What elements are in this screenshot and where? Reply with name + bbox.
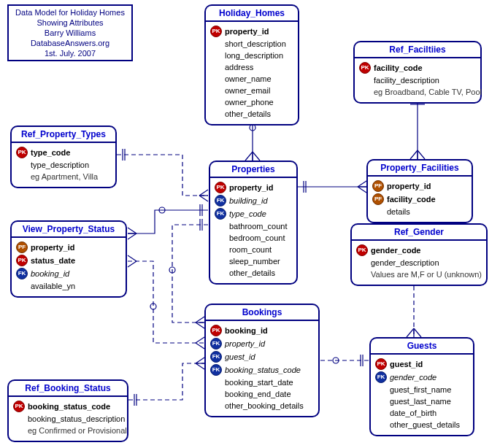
entity-bookings: Bookings PKbooking_idFKproperty_idFKgues… — [204, 304, 320, 417]
attribute-name: gender_description — [371, 258, 439, 268]
svg-point-38 — [150, 304, 156, 309]
attribute-name: type_description — [31, 160, 89, 170]
entity-body: PFproperty_idPFfacility_codedetails — [366, 175, 473, 223]
svg-line-34 — [196, 323, 204, 328]
attribute-name: owner_phone — [225, 97, 274, 107]
entity-body: PKguest_idFKgender_codeguest_first_nameg… — [369, 353, 474, 436]
pf-key-icon: PF — [16, 242, 28, 253]
svg-line-33 — [196, 317, 204, 323]
diagram-info-box: Data Model for Holiday Homes Showing Att… — [7, 4, 133, 61]
attribute-row: owner_name — [210, 73, 293, 85]
attribute-row: PKtype_code — [16, 146, 111, 159]
attribute-name: status_date — [31, 255, 75, 266]
svg-line-27 — [128, 228, 136, 233]
attribute-row: room_count — [215, 244, 292, 255]
attribute-row: short_description — [210, 38, 293, 50]
attribute-name: property_id — [225, 26, 269, 36]
info-line: DatabaseAnswers.org — [13, 38, 127, 48]
entity-title: Ref_Faciltiies — [353, 41, 482, 57]
attribute-name: booking_id — [225, 325, 268, 336]
attribute-name: booking_status_code — [28, 401, 110, 412]
attribute-row: PKbooking_id — [210, 324, 314, 337]
attribute-name: guest_id — [225, 352, 255, 362]
attribute-name: gender_code — [371, 245, 420, 255]
attribute-name: booking_status_code — [225, 365, 301, 375]
fk-key-icon: FK — [215, 195, 226, 206]
info-line: Data Model for Holiday Homes — [13, 7, 127, 18]
attribute-row: PKbooking_status_code — [13, 400, 123, 413]
attribute-name: eg Broadband, Cable TV, Pool — [374, 87, 482, 97]
attribute-row: PFproperty_id — [16, 241, 121, 254]
attribute-name: booking_end_date — [225, 389, 291, 399]
pk-key-icon: PK — [16, 255, 28, 266]
attribute-row: eg Apartment, Villa — [16, 171, 111, 182]
svg-line-40 — [128, 261, 136, 267]
pk-key-icon: PK — [210, 26, 222, 37]
attribute-name: building_id — [229, 196, 268, 206]
svg-line-4 — [245, 152, 253, 161]
attribute-row: booking_end_date — [210, 388, 314, 400]
fk-key-icon: FK — [16, 268, 28, 279]
attribute-name: available_yn — [31, 281, 75, 291]
svg-line-17 — [358, 187, 366, 193]
attribute-row: sleep_number — [215, 255, 292, 267]
attribute-row: FKtype_code — [215, 207, 292, 220]
svg-point-3 — [250, 125, 255, 131]
diagram-canvas: Data Model for Holiday Homes Showing Att… — [0, 0, 500, 448]
attribute-row: gender_description — [356, 257, 482, 269]
pk-key-icon: PK — [375, 358, 387, 370]
attribute-name: address — [225, 62, 253, 72]
info-line: Barry Williams — [13, 28, 127, 38]
entity-ref-booking-status: Ref_Booking_Status PKbooking_status_code… — [7, 379, 128, 442]
attribute-row: FKgender_code — [375, 371, 469, 384]
attribute-row: owner_email — [210, 85, 293, 96]
attribute-name: guest_id — [390, 359, 423, 369]
attribute-name: property_id — [225, 339, 265, 349]
entity-body: PKgender_codegender_descriptionValues ar… — [350, 239, 488, 286]
attribute-row: facility_description — [359, 74, 476, 86]
attribute-name: type_code — [229, 209, 266, 219]
entity-body: PKproperty_idshort_descriptionlong_descr… — [204, 20, 299, 125]
pf-key-icon: PF — [372, 180, 384, 192]
attribute-row: date_of_birth — [375, 407, 469, 419]
svg-line-21 — [199, 190, 208, 196]
entity-title: Ref_Property_Types — [10, 125, 117, 142]
svg-line-5 — [253, 152, 260, 161]
pk-key-icon: PK — [215, 182, 226, 193]
entity-property-facilities: Property_Facilities PFproperty_idPFfacil… — [366, 159, 473, 223]
attribute-name: eg Apartment, Villa — [31, 171, 98, 182]
attribute-name: other_details — [229, 268, 275, 278]
svg-line-49 — [407, 328, 414, 337]
entity-body: PKfacility_codefacility_descriptioneg Br… — [353, 57, 482, 104]
attribute-row: owner_phone — [210, 96, 293, 108]
attribute-row: booking_status_description — [13, 413, 123, 425]
attribute-name: property_id — [387, 181, 431, 191]
pk-key-icon: PK — [16, 147, 28, 158]
info-line: Showing Attributes — [13, 18, 127, 28]
attribute-row: PKstatus_date — [16, 254, 121, 267]
entity-guests: Guests PKguest_idFKgender_codeguest_firs… — [369, 337, 474, 436]
svg-point-26 — [159, 207, 165, 213]
svg-point-55 — [333, 358, 339, 363]
attribute-name: facility_description — [374, 75, 439, 85]
pk-key-icon: PK — [356, 244, 368, 256]
attribute-row: other_booking_details — [210, 400, 314, 412]
fk-key-icon: FK — [210, 351, 222, 363]
fk-key-icon: FK — [215, 208, 226, 220]
attribute-name: type_code — [31, 147, 70, 158]
attribute-name: long_description — [225, 50, 283, 61]
attribute-name: booking_id — [31, 269, 69, 279]
svg-point-32 — [169, 267, 175, 273]
attribute-row: PFfacility_code — [372, 193, 467, 206]
attribute-name: guest_first_name — [390, 385, 451, 395]
entity-body: PKproperty_idFKbuilding_idFKtype_codebat… — [209, 177, 298, 285]
svg-line-37 — [196, 343, 204, 349]
attribute-row: FKbooking_id — [16, 267, 121, 280]
attribute-row: other_guest_details — [375, 419, 469, 430]
attribute-row: address — [210, 61, 293, 73]
svg-line-43 — [196, 358, 204, 363]
attribute-row: PKproperty_id — [210, 25, 293, 38]
attribute-name: booking_start_date — [225, 377, 293, 387]
attribute-name: other_guest_details — [390, 420, 460, 430]
entity-ref-gender: Ref_Gender PKgender_codegender_descripti… — [350, 223, 488, 286]
